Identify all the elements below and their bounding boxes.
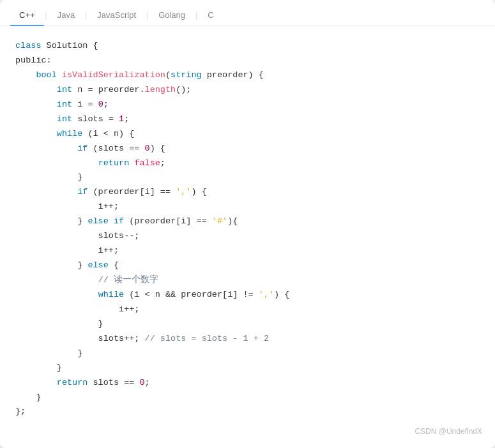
code-line-20: } xyxy=(15,317,480,332)
tab-cpp[interactable]: C++ xyxy=(10,5,44,26)
code-line-14: slots--; xyxy=(15,229,480,244)
code-line-11: if (preorder[i] == ',') { xyxy=(15,185,480,200)
code-line-5: int i = 0; xyxy=(15,98,480,112)
code-line-4: int n = preorder.length(); xyxy=(15,83,480,98)
code-line-7: while (i < n) { xyxy=(15,127,480,142)
tab-bar: C++ | Java | JavaScript | Golang | C xyxy=(0,0,495,26)
code-line-3: bool isValidSerialization(string preorde… xyxy=(15,68,480,83)
tab-java[interactable]: Java xyxy=(49,5,84,26)
code-line-22: } xyxy=(15,347,480,361)
tab-c[interactable]: C xyxy=(199,5,222,26)
code-line-2: public: xyxy=(15,54,480,68)
code-line-9: return false; xyxy=(15,156,480,171)
code-line-8: if (slots == 0) { xyxy=(15,142,480,156)
code-line-13: } else if (preorder[i] == '#'){ xyxy=(15,214,480,229)
code-line-24: return slots == 0; xyxy=(15,376,480,391)
code-block: class Solution { public: bool isValidSer… xyxy=(0,26,495,448)
code-line-23: } xyxy=(15,361,480,376)
code-line-16: } else { xyxy=(15,258,480,273)
code-line-15: i++; xyxy=(15,244,480,258)
tab-golang[interactable]: Golang xyxy=(149,5,194,26)
tab-javascript[interactable]: JavaScript xyxy=(88,5,145,26)
code-line-26: }; xyxy=(15,405,480,419)
code-line-6: int slots = 1; xyxy=(15,112,480,127)
code-line-17: // 读一个数字 xyxy=(15,273,480,288)
code-line-1: class Solution { xyxy=(15,39,480,54)
code-line-10: } xyxy=(15,170,480,185)
code-line-12: i++; xyxy=(15,200,480,214)
code-container: C++ | Java | JavaScript | Golang | C cla… xyxy=(0,0,495,448)
code-line-18: while (i < n && preorder[i] != ',') { xyxy=(15,288,480,302)
code-line-19: i++; xyxy=(15,302,480,317)
code-line-21: slots++; // slots = slots - 1 + 2 xyxy=(15,332,480,347)
watermark: CSDN @UndefindX xyxy=(415,425,482,438)
code-line-25: } xyxy=(15,391,480,405)
